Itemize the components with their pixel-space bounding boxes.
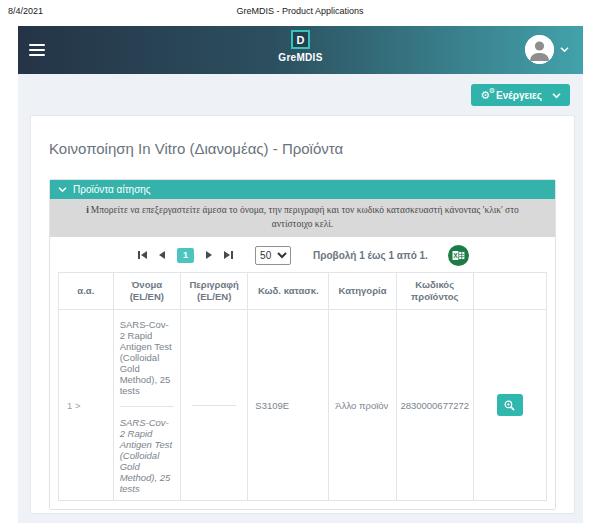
row-manufacturer-code-cell[interactable]: S3109E bbox=[248, 310, 329, 501]
last-page-button[interactable] bbox=[222, 249, 235, 261]
table-header-row: α.α. Όνομα (EL/EN) Περιγραφή (EL/EN) Κωδ… bbox=[59, 272, 547, 310]
user-menu[interactable] bbox=[525, 35, 569, 64]
col-header-product-code: Κωδικός προϊόντος bbox=[396, 272, 473, 310]
products-panel: Προϊόντα αίτησης iΜπορείτε να επεξεργαστ… bbox=[49, 179, 556, 510]
actions-button-label: Ενέργειες bbox=[496, 90, 542, 101]
info-text: Μπορείτε να επεξεργαστείτε άμεσα το όνομ… bbox=[91, 205, 519, 229]
brand: D GreMDIS bbox=[18, 30, 583, 63]
content-area: ⚙⚙ Ενέργειες Κοινοποίηση In Vitro (Διανο… bbox=[18, 74, 583, 523]
info-icon: i bbox=[86, 205, 89, 215]
chevron-down-icon bbox=[560, 46, 569, 53]
description-divider bbox=[192, 405, 237, 406]
table-wrapper: α.α. Όνομα (EL/EN) Περιγραφή (EL/EN) Κωδ… bbox=[50, 272, 555, 502]
pagination-summary: Προβολή 1 έως 1 από 1. bbox=[313, 250, 428, 261]
row-actions-cell bbox=[473, 310, 546, 501]
page-size-select[interactable]: 50 bbox=[255, 246, 291, 265]
brand-name: GreMDIS bbox=[278, 52, 322, 63]
chevron-down-icon bbox=[552, 92, 561, 99]
print-header: 8/4/2021 GreMDIS - Product Applications bbox=[0, 4, 600, 20]
user-icon bbox=[525, 35, 554, 64]
row-index-cell[interactable]: 1 > bbox=[59, 310, 114, 501]
name-en-value[interactable]: SARS-Cov-2 Rapid Antigen Test (Colloidal… bbox=[120, 417, 174, 494]
row-name-cell[interactable]: SARS-Cov-2 Rapid Antigen Test (Colloidal… bbox=[113, 310, 180, 501]
panel-header-label: Προϊόντα αίτησης bbox=[73, 184, 151, 195]
panel-body: iΜπορείτε να επεξεργαστείτε άμεσα το όνο… bbox=[50, 199, 555, 509]
chevron-down-icon bbox=[58, 186, 67, 193]
first-page-button[interactable] bbox=[136, 249, 149, 261]
products-table: α.α. Όνομα (EL/EN) Περιγραφή (EL/EN) Κωδ… bbox=[58, 272, 547, 502]
cogs-icon: ⚙⚙ bbox=[480, 90, 490, 101]
actions-row: ⚙⚙ Ενέργειες bbox=[18, 74, 583, 106]
col-header-manufacturer-code: Κωδ. κατασκ. bbox=[248, 272, 329, 310]
page: 8/4/2021 GreMDIS - Product Applications … bbox=[0, 0, 600, 523]
panel-header-toggle[interactable]: Προϊόντα αίτησης bbox=[50, 180, 555, 199]
name-divider bbox=[120, 406, 174, 407]
print-page-title: GreMDIS - Product Applications bbox=[0, 6, 600, 16]
page-title: Κοινοποίηση In Vitro (Διανομέας) - Προϊό… bbox=[49, 140, 556, 157]
col-header-name: Όνομα (EL/EN) bbox=[113, 272, 180, 310]
svg-text:X: X bbox=[453, 252, 458, 259]
current-page-indicator[interactable]: 1 bbox=[177, 248, 194, 263]
app-window: D GreMDIS ⚙⚙ Εν bbox=[18, 26, 583, 523]
pagination: 1 50 Προβολή 1 έως 1 από 1. bbox=[50, 237, 555, 272]
brand-logo-icon: D bbox=[291, 30, 310, 49]
col-header-category: Κατηγορία bbox=[329, 272, 396, 310]
col-header-actions bbox=[473, 272, 546, 310]
info-box: iΜπορείτε να επεξεργαστείτε άμεσα το όνο… bbox=[50, 199, 555, 237]
brand-logo-letter: D bbox=[297, 34, 305, 46]
name-el-value[interactable]: SARS-Cov-2 Rapid Antigen Test (Colloidal… bbox=[120, 319, 174, 396]
view-details-button[interactable] bbox=[497, 394, 523, 416]
navbar: D GreMDIS bbox=[18, 26, 583, 74]
main-card: Κοινοποίηση In Vitro (Διανομέας) - Προϊό… bbox=[30, 115, 575, 514]
col-header-description: Περιγραφή (EL/EN) bbox=[180, 272, 247, 310]
table-row: 1 > SARS-Cov-2 Rapid Antigen Test (Collo… bbox=[59, 310, 547, 501]
avatar bbox=[525, 35, 554, 64]
row-category-cell: Άλλο προϊόν bbox=[329, 310, 396, 501]
menu-icon[interactable] bbox=[29, 41, 45, 59]
next-page-button[interactable] bbox=[204, 249, 214, 261]
row-product-code-cell: 2830000677272 bbox=[396, 310, 473, 501]
excel-export-button[interactable]: X bbox=[448, 245, 469, 266]
magnifier-icon bbox=[503, 399, 516, 412]
excel-icon: X bbox=[448, 245, 469, 266]
row-description-cell[interactable] bbox=[180, 310, 247, 501]
actions-button[interactable]: ⚙⚙ Ενέργειες bbox=[471, 84, 570, 106]
col-header-index: α.α. bbox=[59, 272, 114, 310]
previous-page-button[interactable] bbox=[157, 249, 167, 261]
